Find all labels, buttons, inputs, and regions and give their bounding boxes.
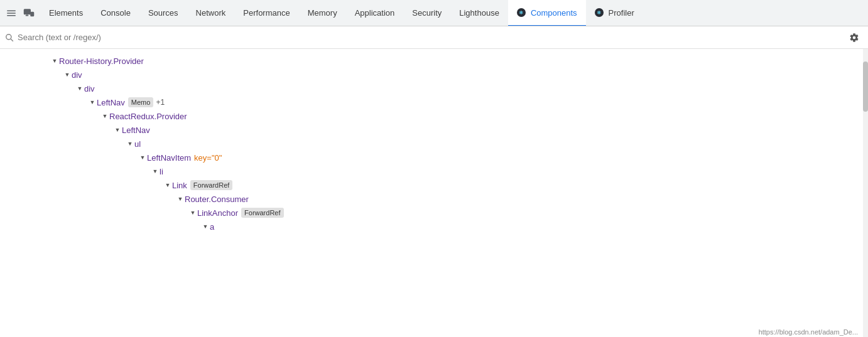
scrollbar-track[interactable]: [863, 49, 868, 337]
tab-memory[interactable]: Memory: [299, 0, 346, 26]
tree-item-leftnav-memo[interactable]: ▼ LeftNav Memo +1: [0, 95, 863, 109]
tab-performance[interactable]: Performance: [234, 0, 298, 26]
tab-lighthouse[interactable]: Lighthouse: [450, 0, 508, 26]
svg-rect-3: [24, 9, 31, 14]
tree-item-div-1[interactable]: ▼ div: [0, 68, 863, 82]
tab-application[interactable]: Application: [346, 0, 404, 26]
component-tree[interactable]: ▼ Router-History.Provider ▼ div ▼ div ▼ …: [0, 49, 863, 337]
svg-rect-2: [7, 15, 16, 16]
status-bar: https://blog.csdn.net/adam_De...: [754, 327, 863, 337]
arrow-leftnavitem: ▼: [138, 153, 147, 162]
tree-item-div-2[interactable]: ▼ div: [0, 82, 863, 95]
tree-item-reactredux-provider[interactable]: ▼ ReactRedux.Provider: [0, 109, 863, 123]
arrow-a: ▼: [201, 222, 210, 231]
tree-item-link[interactable]: ▼ Link ForwardRef: [0, 178, 863, 192]
settings-button[interactable]: [845, 29, 863, 46]
status-url: https://blog.csdn.net/adam_De...: [759, 328, 858, 336]
plus-badge: +1: [156, 98, 165, 107]
key-attr-leftnavitem: key="0": [194, 153, 222, 163]
tree-item-li[interactable]: ▼ li: [0, 164, 863, 178]
svg-rect-4: [31, 12, 34, 16]
svg-line-8: [11, 39, 13, 41]
forwardref-badge-link: ForwardRef: [190, 180, 232, 190]
svg-point-7: [6, 34, 11, 39]
memo-badge: Memo: [128, 97, 154, 107]
search-input[interactable]: [18, 33, 842, 42]
arrow-div-2: ▼: [75, 84, 84, 93]
arrow-router-consumer: ▼: [176, 195, 185, 203]
tree-item-a[interactable]: ▼ a: [0, 220, 863, 233]
tab-components[interactable]: ⚛ Components: [508, 0, 586, 26]
search-bar: [0, 26, 868, 49]
arrow-leftnav: ▼: [113, 126, 122, 134]
arrow-div-1: ▼: [63, 70, 72, 79]
svg-rect-0: [7, 10, 16, 11]
responsive-icon[interactable]: [21, 6, 36, 21]
tab-security[interactable]: Security: [403, 0, 450, 26]
tab-elements[interactable]: Elements: [40, 0, 92, 26]
arrow-leftnav-memo: ▼: [88, 98, 97, 107]
scrollbar-thumb[interactable]: [863, 62, 868, 112]
tree-item-leftnavitem[interactable]: ▼ LeftNavItem key="0": [0, 151, 863, 164]
toolbar-left: [0, 0, 40, 26]
main-content: ▼ Router-History.Provider ▼ div ▼ div ▼ …: [0, 49, 868, 337]
tree-item-linkanchor[interactable]: ▼ LinkAnchor ForwardRef: [0, 206, 863, 220]
arrow-reactredux-provider: ▼: [100, 112, 109, 120]
menu-icon[interactable]: [4, 6, 19, 21]
search-icon: [5, 33, 14, 42]
arrow-link: ▼: [163, 181, 172, 190]
arrow-linkanchor: ▼: [188, 208, 197, 217]
tab-profiler[interactable]: ⚛ Profiler: [586, 0, 643, 26]
tree-item-router-history-provider[interactable]: ▼ Router-History.Provider: [0, 54, 863, 68]
tab-sources[interactable]: Sources: [139, 0, 187, 26]
svg-rect-1: [7, 13, 16, 14]
tree-item-leftnav[interactable]: ▼ LeftNav: [0, 123, 863, 137]
tree-item-router-consumer[interactable]: ▼ Router.Consumer: [0, 192, 863, 206]
arrow-ul: ▼: [126, 139, 134, 148]
tree-item-ul[interactable]: ▼ ul: [0, 137, 863, 151]
forwardref-badge-linkanchor: ForwardRef: [241, 208, 283, 218]
arrow-li: ▼: [151, 167, 160, 176]
react-icon-components: ⚛: [517, 8, 526, 17]
tab-network[interactable]: Network: [187, 0, 235, 26]
tab-list: Elements Console Sources Network Perform…: [40, 0, 868, 26]
arrow-router-history-provider: ▼: [50, 56, 59, 65]
devtools-toolbar: Elements Console Sources Network Perform…: [0, 0, 868, 26]
react-icon-profiler: ⚛: [595, 8, 604, 17]
tab-console[interactable]: Console: [92, 0, 139, 26]
